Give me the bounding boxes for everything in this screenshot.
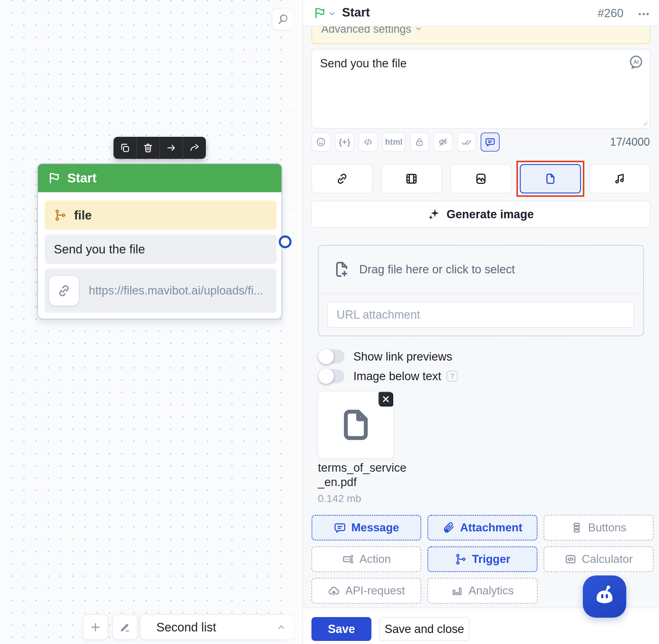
ai-assist-icon[interactable]: AI xyxy=(629,54,644,70)
variable-button[interactable]: {+} xyxy=(335,133,354,152)
block-api-request-button[interactable]: API-request xyxy=(311,578,421,604)
arrow-right-icon xyxy=(166,143,176,153)
remove-file-button[interactable] xyxy=(378,392,393,407)
emoji-icon xyxy=(316,137,326,147)
delete-node-button[interactable] xyxy=(137,137,160,159)
link-previews-row: Show link previews xyxy=(319,349,452,364)
start-node[interactable]: Start file Send you the file https://fil… xyxy=(37,163,282,320)
block-calculator-label: Calculator xyxy=(582,553,633,566)
message-text-editor[interactable]: Send you the file AI xyxy=(311,49,651,129)
advanced-settings-bar[interactable]: Advanced settings xyxy=(311,26,651,44)
trash-icon xyxy=(143,143,153,153)
link-icon xyxy=(336,172,349,185)
close-icon xyxy=(382,395,390,403)
block-action-label: Action xyxy=(359,553,391,566)
block-attachment-button[interactable]: Attachment xyxy=(427,515,537,540)
chatbot-assistant-button[interactable] xyxy=(583,575,626,618)
node-output-connector[interactable] xyxy=(279,235,291,248)
dropzone-drag-area[interactable]: Drag file here or click to select xyxy=(319,246,643,293)
html-label: html xyxy=(385,137,403,147)
toggle-knob xyxy=(319,349,334,364)
code-button[interactable] xyxy=(358,133,378,152)
tab-file[interactable] xyxy=(520,164,581,193)
chat-bubble-icon xyxy=(485,137,495,147)
file-plus-icon xyxy=(332,260,351,279)
image-icon xyxy=(474,172,487,185)
duplicate-node-button[interactable] xyxy=(114,137,137,159)
node-attachment-row[interactable]: https://files.mavibot.ai/uploads/fi... xyxy=(45,269,277,313)
panel-title: Start xyxy=(342,5,370,19)
list-selector[interactable]: Second list xyxy=(140,614,295,640)
dropzone-divider xyxy=(319,293,643,294)
flow-canvas[interactable]: Start file Send you the file https://fil… xyxy=(0,0,302,644)
share-node-button[interactable] xyxy=(183,137,206,159)
help-icon[interactable]: ? xyxy=(447,371,458,382)
speaker-off-icon xyxy=(438,137,448,147)
file-name-line1: terms_of_service xyxy=(318,461,406,475)
block-analytics-button[interactable]: Analytics xyxy=(427,578,537,604)
formatting-toolbar: {+} html xyxy=(311,133,500,152)
block-analytics-label: Analytics xyxy=(468,584,514,597)
lock-button[interactable] xyxy=(410,133,429,152)
tab-link[interactable] xyxy=(311,164,373,193)
chat-bubble-icon xyxy=(334,522,346,534)
mute-button[interactable] xyxy=(433,133,452,152)
image-below-label: Image below text xyxy=(353,370,441,383)
generate-image-label: Generate image xyxy=(446,208,534,221)
file-dropzone[interactable]: Drag file here or click to select xyxy=(318,245,644,337)
message-text[interactable]: Send you the file xyxy=(320,56,622,71)
node-message-row[interactable]: Send you the file xyxy=(45,234,277,264)
html-button[interactable]: html xyxy=(382,133,405,152)
resize-handle-icon[interactable] xyxy=(641,120,648,127)
link-icon-box xyxy=(49,276,79,305)
file-preview-card xyxy=(318,391,394,459)
save-and-close-button[interactable]: Save and close xyxy=(379,617,470,641)
save-button[interactable]: Save xyxy=(311,617,371,641)
more-options-icon[interactable] xyxy=(637,7,651,21)
add-list-button[interactable] xyxy=(83,614,108,640)
file-icon xyxy=(544,172,557,185)
edit-list-button[interactable] xyxy=(112,614,138,640)
node-trigger-label: file xyxy=(74,208,92,222)
move-node-button[interactable] xyxy=(160,137,183,159)
plus-icon xyxy=(89,621,101,633)
copy-icon xyxy=(120,143,130,153)
advanced-settings-label: Advanced settings xyxy=(321,26,411,36)
char-counter: 17/4000 xyxy=(610,133,650,152)
node-editor-panel: Start #260 Advanced settings Send you th… xyxy=(302,0,659,644)
lock-icon xyxy=(415,137,424,147)
pencil-icon xyxy=(119,621,131,633)
link-previews-toggle[interactable] xyxy=(319,349,345,364)
chevron-down-icon[interactable] xyxy=(328,10,336,18)
dropzone-label: Drag file here or click to select xyxy=(359,263,515,276)
block-trigger-button[interactable]: Trigger xyxy=(427,546,537,572)
block-message-button[interactable]: Message xyxy=(311,515,421,540)
image-below-toggle[interactable] xyxy=(319,369,345,383)
tab-audio[interactable] xyxy=(589,164,651,193)
tab-video[interactable] xyxy=(381,164,442,193)
url-attachment-input[interactable] xyxy=(327,301,634,328)
sparkles-icon xyxy=(428,208,440,221)
panel-body: Advanced settings Send you the file AI xyxy=(303,26,659,607)
node-toolbar xyxy=(114,137,206,159)
node-message-text: Send you the file xyxy=(54,243,145,256)
trigger-branch-icon xyxy=(455,553,467,565)
block-action-button[interactable]: Action xyxy=(311,546,421,572)
toggle-knob xyxy=(319,369,334,384)
tab-image[interactable] xyxy=(450,164,512,193)
read-receipt-button[interactable] xyxy=(457,133,476,152)
emoji-button[interactable] xyxy=(311,133,330,152)
canvas-search-button[interactable] xyxy=(272,8,294,30)
block-buttons-button[interactable]: Buttons xyxy=(544,515,654,540)
chevron-up-icon xyxy=(276,622,286,632)
stacked-buttons-icon xyxy=(571,522,583,534)
cloud-upload-icon xyxy=(328,584,340,597)
paperclip-icon xyxy=(443,522,455,534)
block-calculator-button[interactable]: Calculator xyxy=(544,546,654,572)
generate-image-button[interactable]: Generate image xyxy=(311,201,651,228)
message-preview-button[interactable] xyxy=(480,133,500,152)
flag-icon xyxy=(48,172,61,185)
panel-header: Start #260 xyxy=(303,0,659,26)
trigger-branch-icon xyxy=(54,209,67,222)
node-trigger-row[interactable]: file xyxy=(45,201,277,230)
